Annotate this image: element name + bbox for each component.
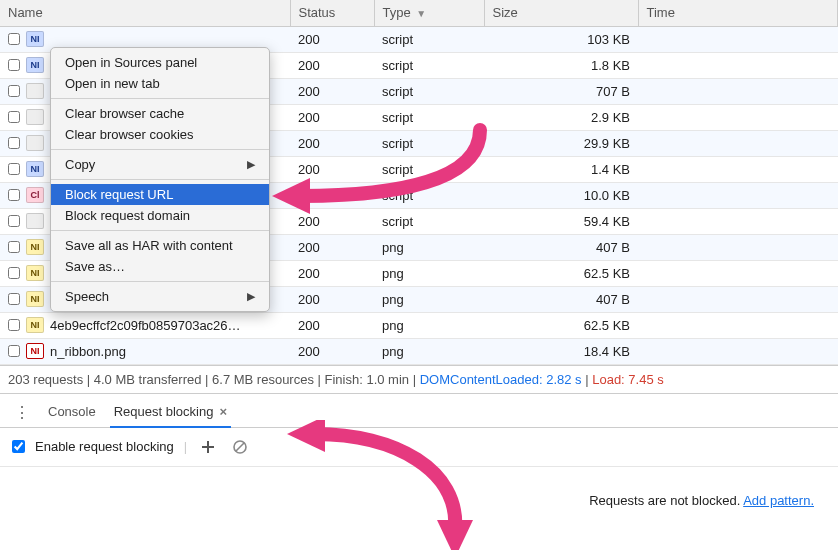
- ctx-open-tab[interactable]: Open in new tab: [51, 73, 269, 94]
- row-time: [638, 338, 838, 364]
- no-blocked-message: Requests are not blocked. Add pattern.: [589, 493, 814, 508]
- summary-transferred: 4.0 MB transferred: [94, 372, 202, 387]
- row-status: 200: [290, 234, 374, 260]
- row-size: 1.4 KB: [484, 156, 638, 182]
- ctx-block-domain[interactable]: Block request domain: [51, 205, 269, 226]
- row-checkbox[interactable]: [8, 319, 20, 331]
- row-status: 200: [290, 156, 374, 182]
- close-icon[interactable]: ×: [219, 404, 227, 419]
- row-status: 200: [290, 104, 374, 130]
- row-time: [638, 234, 838, 260]
- row-checkbox[interactable]: [8, 163, 20, 175]
- col-header-name[interactable]: Name: [0, 0, 290, 26]
- file-type-icon: NI: [26, 239, 44, 255]
- file-type-icon: NI: [26, 57, 44, 73]
- row-checkbox[interactable]: [8, 137, 20, 149]
- ctx-open-sources[interactable]: Open in Sources panel: [51, 52, 269, 73]
- col-header-time[interactable]: Time: [638, 0, 838, 26]
- row-time: [638, 130, 838, 156]
- file-type-icon: NI: [26, 161, 44, 177]
- row-checkbox[interactable]: [8, 33, 20, 45]
- row-type: script: [374, 182, 484, 208]
- row-time: [638, 104, 838, 130]
- row-size: 62.5 KB: [484, 260, 638, 286]
- plus-icon: [202, 441, 214, 453]
- row-type: script: [374, 104, 484, 130]
- row-time: [638, 52, 838, 78]
- ctx-speech[interactable]: Speech▶: [51, 286, 269, 307]
- row-checkbox[interactable]: [8, 59, 20, 71]
- row-checkbox[interactable]: [8, 85, 20, 97]
- row-time: [638, 182, 838, 208]
- row-size: 59.4 KB: [484, 208, 638, 234]
- ctx-save-as[interactable]: Save as…: [51, 256, 269, 277]
- row-time: [638, 208, 838, 234]
- row-time: [638, 156, 838, 182]
- row-checkbox[interactable]: [8, 241, 20, 253]
- ctx-copy[interactable]: Copy▶: [51, 154, 269, 175]
- col-header-size[interactable]: Size: [484, 0, 638, 26]
- row-size: 707 B: [484, 78, 638, 104]
- file-type-icon: NI: [26, 265, 44, 281]
- file-type-icon: NI: [26, 31, 44, 47]
- row-type: script: [374, 26, 484, 52]
- table-row[interactable]: NIn_ribbon.png200png18.4 KB: [0, 338, 838, 364]
- file-type-icon: NI: [26, 343, 44, 359]
- add-pattern-button[interactable]: [197, 436, 219, 458]
- file-type-icon: [26, 109, 44, 125]
- svg-line-1: [236, 443, 244, 451]
- kebab-icon[interactable]: ⋮: [10, 403, 34, 422]
- row-type: png: [374, 260, 484, 286]
- row-size: 29.9 KB: [484, 130, 638, 156]
- row-status: 200: [290, 26, 374, 52]
- row-time: [638, 260, 838, 286]
- clear-patterns-button[interactable]: [229, 436, 251, 458]
- row-checkbox[interactable]: [8, 293, 20, 305]
- request-blocking-toolbar: Enable request blocking |: [0, 428, 838, 467]
- row-type: script: [374, 78, 484, 104]
- row-size: 2.9 KB: [484, 104, 638, 130]
- row-size: 1.8 KB: [484, 52, 638, 78]
- row-type: script: [374, 208, 484, 234]
- ctx-save-har[interactable]: Save all as HAR with content: [51, 235, 269, 256]
- ctx-clear-cache[interactable]: Clear browser cache: [51, 103, 269, 124]
- summary-finish: Finish: 1.0 min: [325, 372, 410, 387]
- tab-request-blocking[interactable]: Request blocking×: [110, 398, 231, 427]
- row-status: 200: [290, 338, 374, 364]
- add-pattern-link[interactable]: Add pattern.: [743, 493, 814, 508]
- row-checkbox[interactable]: [8, 345, 20, 357]
- row-checkbox[interactable]: [8, 189, 20, 201]
- row-time: [638, 312, 838, 338]
- row-type: png: [374, 234, 484, 260]
- row-time: [638, 78, 838, 104]
- table-row[interactable]: NI4eb9ecffcf2c09fb0859703ac26…200png62.5…: [0, 312, 838, 338]
- col-header-type[interactable]: Type ▼: [374, 0, 484, 26]
- row-status: 200: [290, 130, 374, 156]
- row-status: 200: [290, 78, 374, 104]
- row-status: 200: [290, 182, 374, 208]
- row-size: 407 B: [484, 286, 638, 312]
- row-size: 103 KB: [484, 26, 638, 52]
- file-type-icon: Cl: [26, 187, 44, 203]
- ctx-clear-cookies[interactable]: Clear browser cookies: [51, 124, 269, 145]
- col-header-status[interactable]: Status: [290, 0, 374, 26]
- row-size: 10.0 KB: [484, 182, 638, 208]
- file-type-icon: NI: [26, 291, 44, 307]
- row-type: script: [374, 130, 484, 156]
- row-checkbox[interactable]: [8, 111, 20, 123]
- enable-blocking-checkbox[interactable]: [12, 440, 25, 453]
- file-type-icon: NI: [26, 317, 44, 333]
- row-type: png: [374, 286, 484, 312]
- ctx-block-url[interactable]: Block request URL: [51, 184, 269, 205]
- tab-console[interactable]: Console: [44, 398, 100, 427]
- row-type: script: [374, 156, 484, 182]
- enable-blocking-label: Enable request blocking: [35, 439, 174, 454]
- no-entry-icon: [233, 440, 247, 454]
- row-size: 18.4 KB: [484, 338, 638, 364]
- summary-load: Load: 7.45 s: [592, 372, 664, 387]
- sort-desc-icon: ▼: [416, 8, 426, 19]
- row-checkbox[interactable]: [8, 215, 20, 227]
- row-status: 200: [290, 260, 374, 286]
- row-checkbox[interactable]: [8, 267, 20, 279]
- row-type: png: [374, 312, 484, 338]
